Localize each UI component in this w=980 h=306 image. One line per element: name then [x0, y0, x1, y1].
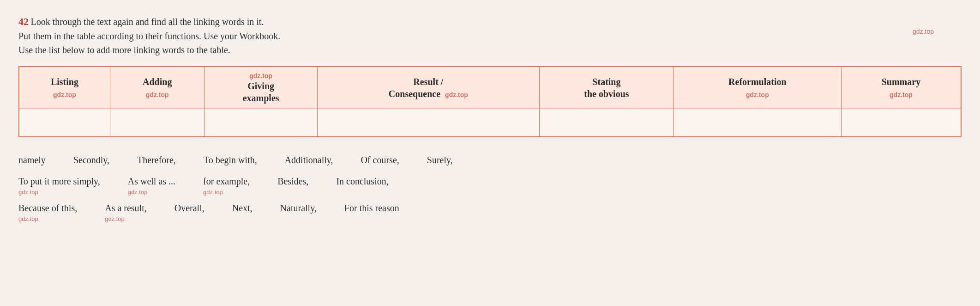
wm-result: gdz.top: [445, 91, 468, 99]
wm-to-put: gdz.top: [18, 187, 38, 198]
col-header-stating: Statingthe obvious: [539, 67, 673, 109]
cell-adding: [110, 109, 204, 137]
word-overall: Overall,: [174, 199, 204, 217]
wm-as-result: gdz.top: [105, 214, 125, 225]
cell-listing: [19, 109, 110, 137]
col-header-result: Result / Consequence gdz.top: [317, 67, 539, 109]
word-besides: Besides,: [277, 172, 308, 190]
word-of-course: Of course,: [361, 151, 399, 169]
word-because-of-this: Because of this, gdz.top: [18, 199, 77, 217]
word-for-example: for example, gdz.top: [203, 172, 250, 190]
wm-reformulation: gdz.top: [746, 91, 769, 98]
instruction-number: 42: [18, 16, 29, 27]
linking-table: Listing gdz.top Adding gdz.top gdz.top G…: [18, 66, 962, 137]
instruction-line-3: Use the list below to add more linking w…: [18, 45, 230, 55]
table-row: [19, 109, 961, 137]
cell-giving: [204, 109, 317, 137]
word-naturally: Naturally,: [280, 199, 317, 217]
word-for-this-reason: For this reason: [344, 199, 399, 217]
word-surely: Surely,: [427, 151, 453, 169]
col-header-listing: Listing gdz.top: [19, 67, 110, 109]
wm-as-well: gdz.top: [128, 187, 148, 198]
cell-result: [317, 109, 539, 137]
word-in-conclusion: In conclusion,: [336, 172, 388, 190]
word-to-put-more-simply: To put it more simply, gdz.top: [18, 172, 100, 190]
page-wrapper: gdz.top 42 Look through the text again a…: [18, 14, 962, 217]
table-header-row: Listing gdz.top Adding gdz.top gdz.top G…: [19, 67, 961, 109]
word-next: Next,: [232, 199, 253, 217]
cell-reformulation: [673, 109, 841, 137]
wm-summary: gdz.top: [890, 91, 913, 98]
instruction-line-1: Look through the text again and find all…: [31, 17, 264, 27]
word-additionally: Additionally,: [285, 151, 333, 169]
word-list: namely Secondly, Therefore, To begin wit…: [18, 151, 962, 217]
col-header-giving: gdz.top Givingexamples: [204, 67, 317, 109]
wm-giving-top: gdz.top: [209, 72, 313, 80]
word-list-line-2: To put it more simply, gdz.top As well a…: [18, 172, 962, 190]
word-namely: namely: [18, 151, 46, 169]
wm-because: gdz.top: [18, 214, 38, 225]
word-secondly: Secondly,: [73, 151, 109, 169]
cell-stating: [539, 109, 673, 137]
word-to-begin-with: To begin with,: [204, 151, 257, 169]
word-list-line-3: Because of this, gdz.top As a result, gd…: [18, 199, 962, 217]
word-therefore: Therefore,: [137, 151, 176, 169]
wm-listing: gdz.top: [53, 91, 76, 98]
instruction-block: 42 Look through the text again and find …: [18, 14, 962, 57]
col-header-adding: Adding gdz.top: [110, 67, 204, 109]
col-header-summary: Summary gdz.top: [841, 67, 961, 109]
wm-for-example: gdz.top: [203, 187, 223, 198]
top-right-watermark: gdz.top: [913, 28, 934, 35]
word-as-well-as: As well as ... gdz.top: [128, 172, 175, 190]
cell-summary: [841, 109, 961, 137]
word-as-a-result: As a result, gdz.top: [105, 199, 147, 217]
instruction-line-2: Put them in the table according to their…: [18, 31, 280, 41]
word-list-line-1: namely Secondly, Therefore, To begin wit…: [18, 151, 962, 169]
col-header-reformulation: Reformulation gdz.top: [673, 67, 841, 109]
wm-adding: gdz.top: [146, 91, 169, 98]
